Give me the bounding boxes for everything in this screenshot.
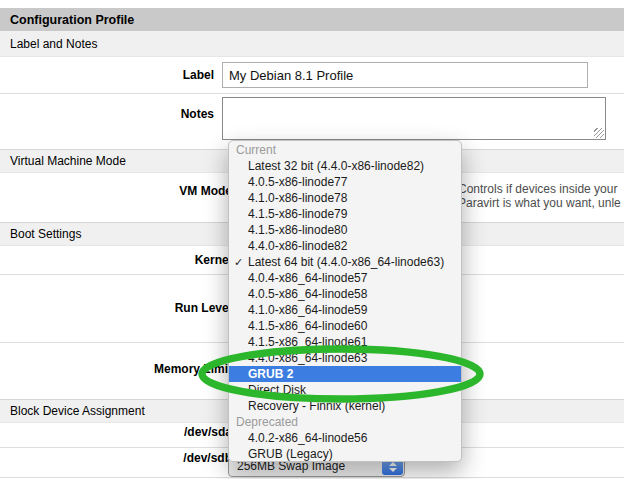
checkmark-icon: ✓ [234,254,243,270]
kernel-option-label: Recovery - Finnix (kernel) [248,399,385,413]
kernel-option-label: 4.1.5-x86_64-linode61 [248,335,367,349]
kernel-option-label: Direct Disk [248,383,306,397]
kernel-option-label: 4.0.5-x86-linode77 [248,175,347,189]
kernel-option-label: 4.1.0-x86-linode78 [248,191,347,205]
kernel-option-label: 4.1.5-x86-linode79 [248,207,347,221]
kernel-option-label: 4.0.2-x86_64-linode56 [248,431,367,445]
kernel-option-label: 4.1.5-x86-linode80 [248,223,347,237]
chevron-up-icon [389,462,397,466]
kernel-option[interactable]: 4.0.5-x86_64-linode58 [229,286,461,302]
kernel-option-label: 4.0.4-x86_64-linode57 [248,271,367,285]
kernel-group-header: Current [229,142,461,158]
label-input[interactable] [222,62,588,88]
resize-grip-icon[interactable] [594,128,604,138]
kernel-option-label: 4.4.0-x86-linode82 [248,239,347,253]
dev-sdb-field-label: /dev/sdb [183,451,232,465]
kernel-option[interactable]: 4.4.0-x86_64-linode63 [229,350,461,366]
kernel-option[interactable]: 4.1.0-x86-linode78 [229,190,461,206]
kernel-option[interactable]: GRUB 2 [229,366,461,382]
kernel-option-label: Current [236,143,276,157]
kernel-option-label: Deprecated [236,415,298,429]
kernel-field-label: Kernel [195,253,232,267]
notes-textarea[interactable] [222,97,606,140]
kernel-option[interactable]: 4.4.0-x86-linode82 [229,238,461,254]
kernel-option[interactable]: 4.1.5-x86-linode79 [229,206,461,222]
divider [0,477,624,478]
kernel-group-header: Deprecated [229,414,461,430]
kernel-option[interactable]: ✓Latest 64 bit (4.4.0-x86_64-linode63) [229,254,461,270]
kernel-option[interactable]: 4.1.0-x86_64-linode59 [229,302,461,318]
run-level-field-label: Run Level [175,301,232,315]
divider [0,93,624,94]
vm-mode-help-text: Controls if devices inside your Paravirt… [458,183,621,210]
kernel-option[interactable]: 4.0.5-x86-linode77 [229,174,461,190]
memory-limit-field-label: Memory Limit [154,362,232,376]
kernel-option[interactable]: Recovery - Finnix (kernel) [229,398,461,414]
kernel-dropdown: CurrentLatest 32 bit (4.4.0-x86-linode82… [228,140,462,462]
chevron-down-icon [389,468,397,472]
section-header-configuration-profile: Configuration Profile [0,8,624,31]
notes-field-label: Notes [181,107,214,121]
label-field-label: Label [183,68,214,82]
dev-sda-field-label: /dev/sda [184,425,232,439]
kernel-option[interactable]: 4.1.5-x86_64-linode61 [229,334,461,350]
kernel-option[interactable]: 4.0.4-x86_64-linode57 [229,270,461,286]
kernel-option[interactable]: Direct Disk [229,382,461,398]
section-header-label-and-notes: Label and Notes [0,31,624,57]
kernel-option-label: 4.4.0-x86_64-linode63 [248,351,367,365]
kernel-option-label: Latest 64 bit (4.4.0-x86_64-linode63) [248,255,444,269]
vm-mode-field-label: VM Mode [179,184,232,198]
kernel-option[interactable]: GRUB (Legacy) [229,446,461,462]
kernel-option[interactable]: 4.0.2-x86_64-linode56 [229,430,461,446]
kernel-option-label: GRUB (Legacy) [248,447,333,461]
kernel-option-label: 4.1.0-x86_64-linode59 [248,303,367,317]
kernel-option[interactable]: 4.1.5-x86-linode80 [229,222,461,238]
kernel-option-label: 4.0.5-x86_64-linode58 [248,287,367,301]
kernel-option-label: Latest 32 bit (4.4.0-x86-linode82) [248,159,424,173]
kernel-option[interactable]: 4.1.5-x86_64-linode60 [229,318,461,334]
kernel-option-label: GRUB 2 [248,367,293,381]
kernel-option[interactable]: Latest 32 bit (4.4.0-x86-linode82) [229,158,461,174]
kernel-option-label: 4.1.5-x86_64-linode60 [248,319,367,333]
